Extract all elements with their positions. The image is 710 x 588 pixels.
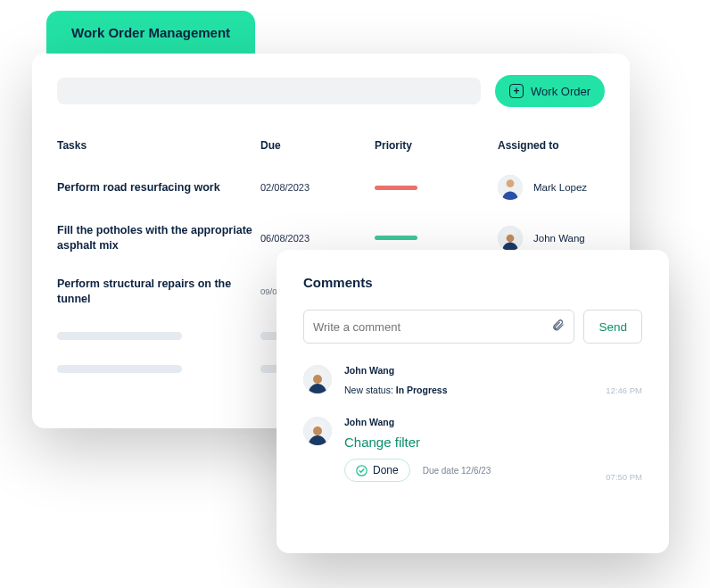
comments-title: Comments: [303, 275, 642, 290]
header-title: Work Order Management: [71, 25, 230, 40]
assignee-cell: Mark Lopez: [498, 175, 605, 200]
svg-point-3: [507, 235, 515, 243]
comment-action-title: Change filter: [344, 435, 593, 450]
header-tab: Work Order Management: [46, 11, 255, 54]
comment-input-row: Send: [303, 310, 642, 344]
comment-author: John Wang: [344, 417, 593, 427]
assignee-name: Mark Lopez: [533, 182, 587, 193]
priority-cell: [375, 236, 491, 240]
search-bar[interactable]: [57, 78, 481, 104]
status-value: In Progress: [396, 385, 448, 395]
avatar: [498, 226, 523, 251]
check-circle-icon: [356, 465, 367, 476]
comment-body: John Wang Change filter Done Due date 12…: [344, 417, 593, 482]
task-name: Fill the potholes with the appropriate a…: [57, 223, 253, 253]
new-work-order-button[interactable]: + Work Order: [495, 75, 605, 107]
table-row[interactable]: Fill the potholes with the appropriate a…: [57, 223, 605, 253]
comment-input-wrapper[interactable]: [303, 310, 574, 344]
due-date: Due date 12/6/23: [423, 466, 491, 476]
done-label: Done: [373, 464, 399, 476]
comment-item: John Wang Change filter Done Due date 12…: [303, 417, 642, 482]
plus-icon: +: [509, 84, 524, 98]
col-assigned: Assigned to: [498, 139, 605, 152]
done-pill[interactable]: Done: [344, 459, 410, 482]
comment-time: 07:50 PM: [606, 472, 642, 482]
task-due: 02/08/2023: [260, 182, 367, 193]
comment-action-row: Done Due date 12/6/23: [344, 459, 593, 482]
paperclip-icon[interactable]: [551, 319, 565, 335]
avatar: [303, 417, 332, 445]
work-order-button-label: Work Order: [531, 85, 590, 98]
assignee-name: John Wang: [533, 233, 585, 244]
svg-point-7: [313, 427, 322, 435]
comments-card: Comments Send John Wang New status: In P…: [277, 250, 669, 553]
col-priority: Priority: [375, 139, 491, 152]
priority-cell: [375, 186, 491, 190]
toolbar: + Work Order: [57, 75, 605, 107]
avatar: [303, 365, 332, 393]
placeholder: [57, 365, 182, 373]
svg-point-1: [507, 179, 515, 187]
table-header: Tasks Due Priority Assigned to: [57, 139, 605, 152]
comment-author: John Wang: [344, 365, 593, 376]
col-tasks: Tasks: [57, 139, 253, 152]
placeholder: [57, 332, 182, 340]
status-prefix: New status:: [344, 385, 396, 395]
comment-item: John Wang New status: In Progress 12:46 …: [303, 365, 642, 395]
assignee-cell: John Wang: [498, 226, 605, 251]
priority-low-icon: [375, 236, 417, 240]
col-due: Due: [260, 139, 367, 152]
comment-input[interactable]: [313, 320, 551, 334]
comment-time: 12:46 PM: [606, 385, 642, 395]
avatar: [498, 175, 523, 200]
send-button[interactable]: Send: [583, 310, 642, 344]
task-name: Perform road resurfacing work: [57, 180, 253, 195]
comment-body: John Wang New status: In Progress: [344, 365, 593, 395]
task-due: 06/08/2023: [260, 233, 367, 244]
priority-high-icon: [375, 186, 417, 190]
comment-text: New status: In Progress: [344, 385, 593, 395]
task-name: Perform structural repairs on the tunnel: [57, 277, 253, 307]
table-row[interactable]: Perform road resurfacing work 02/08/2023…: [57, 175, 605, 200]
svg-point-5: [313, 375, 322, 384]
